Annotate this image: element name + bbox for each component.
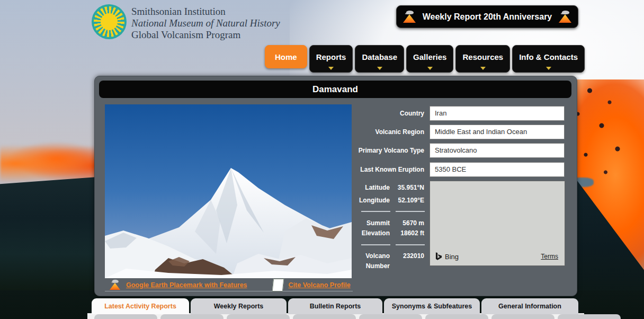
- cite-document-icon: [272, 279, 284, 291]
- nav-label: Galleries: [413, 52, 446, 61]
- field-row: Primary Volcano Type Stratovolcano: [328, 143, 565, 158]
- bing-logo-icon: [435, 252, 442, 261]
- longitude-label: Longitude: [307, 196, 390, 205]
- field-row: Volcanic Region Middle East and Indian O…: [328, 125, 565, 139]
- nav-label: Resources: [462, 52, 503, 61]
- tab-latest-activity-reports[interactable]: Latest Activity Reports: [92, 298, 189, 314]
- field-value-country: Iran: [430, 106, 565, 121]
- latitude-value: 35.951°N: [391, 183, 424, 192]
- sun-core: [101, 13, 118, 30]
- chevron-down-icon: [480, 67, 486, 70]
- field-value-volcano-type: Stratovolcano: [430, 143, 565, 158]
- tab-stub[interactable]: [425, 314, 488, 319]
- summit-label-1: Summit: [307, 219, 390, 227]
- nav-item-resources[interactable]: Resources: [455, 45, 510, 73]
- volcano-number-value: 232010: [391, 252, 424, 260]
- volcano-number-label-2: Number: [307, 262, 390, 270]
- museum-name: National Museum of Natural History: [131, 17, 280, 29]
- summit-value-m: 5670 m: [391, 219, 424, 227]
- field-row: Country Iran: [328, 106, 565, 121]
- longitude-value: 52.109°E: [391, 196, 424, 205]
- nav-item-database[interactable]: Database: [355, 45, 404, 73]
- smithsonian-sun-icon[interactable]: [92, 4, 127, 39]
- chevron-down-icon: [328, 67, 334, 70]
- google-earth-link[interactable]: Google Earth Placemark with Features: [126, 281, 247, 289]
- main-nav: Home Reports Database Galleries Resource…: [265, 45, 585, 73]
- tab-stub[interactable]: [293, 314, 356, 319]
- nav-item-galleries[interactable]: Galleries: [406, 45, 453, 73]
- divider: [361, 244, 390, 245]
- chevron-down-icon: [546, 67, 551, 70]
- tab-stub[interactable]: [491, 314, 554, 319]
- profile-links-row: Google Earth Placemark with Features Cit…: [105, 279, 353, 291]
- field-value-volcanic-region: Middle East and Indian Ocean: [430, 125, 565, 139]
- cite-profile-link[interactable]: Cite Volcano Profile: [289, 281, 351, 289]
- divider: [396, 211, 425, 212]
- nav-label: Reports: [316, 52, 346, 61]
- program-name: Global Volcanism Program: [131, 29, 280, 41]
- site-title: Smithsonian Institution National Museum …: [131, 6, 280, 41]
- banner-label: Weekly Report 20th Anniversary: [423, 12, 552, 22]
- nav-label: Database: [362, 52, 397, 61]
- field-value-last-eruption: 5350 BCE: [430, 162, 565, 177]
- divider: [396, 244, 425, 245]
- tab-synonyms-subfeatures[interactable]: Synonyms & Subfeatures: [384, 298, 480, 314]
- field-label: Last Known Eruption: [328, 162, 424, 177]
- field-label: Primary Volcano Type: [328, 143, 424, 158]
- chevron-down-icon: [377, 67, 382, 70]
- volcano-panel: Damavand: [94, 76, 577, 296]
- bing-label: Bing: [445, 253, 459, 261]
- nav-item-reports[interactable]: Reports: [309, 45, 353, 73]
- nav-label: Info & Contacts: [519, 52, 578, 61]
- map-terms-link[interactable]: Terms: [541, 253, 558, 260]
- volcano-icon: [109, 280, 121, 290]
- nav-item-info-contacts[interactable]: Info & Contacts: [512, 45, 585, 73]
- nav-item-home[interactable]: Home: [265, 45, 307, 68]
- volcano-icon: [558, 11, 572, 23]
- volcano-number-label-1: Volcano: [307, 252, 390, 260]
- tab-stub[interactable]: [558, 314, 621, 319]
- tab-weekly-reports[interactable]: Weekly Reports: [191, 298, 287, 314]
- volcano-icon: [402, 11, 416, 23]
- field-label: Country: [328, 106, 424, 121]
- institution-name: Smithsonian Institution: [131, 6, 280, 17]
- field-label: Volcanic Region: [328, 125, 424, 139]
- tab-stub[interactable]: [94, 314, 157, 319]
- tab-stub[interactable]: [359, 314, 422, 319]
- tab-stub[interactable]: [227, 314, 290, 319]
- page: Smithsonian Institution National Museum …: [0, 0, 644, 319]
- latitude-label: Latitude: [307, 183, 390, 192]
- divider: [361, 211, 390, 212]
- tab-general-information[interactable]: General Information: [481, 298, 578, 314]
- nav-label: Home: [275, 52, 297, 61]
- bing-map[interactable]: Bing Terms: [430, 181, 565, 266]
- volcano-title: Damavand: [99, 81, 571, 98]
- bing-logo: Bing: [435, 252, 459, 261]
- chevron-down-icon: [427, 67, 433, 70]
- field-row: Last Known Eruption 5350 BCE: [328, 162, 565, 177]
- summit-value-ft: 18602 ft: [391, 229, 424, 237]
- summit-label-2: Elevation: [307, 229, 390, 237]
- tab-stub[interactable]: [160, 314, 223, 319]
- weekly-report-anniversary-banner[interactable]: Weekly Report 20th Anniversary: [396, 5, 578, 28]
- tab-bulletin-reports[interactable]: Bulletin Reports: [288, 298, 382, 314]
